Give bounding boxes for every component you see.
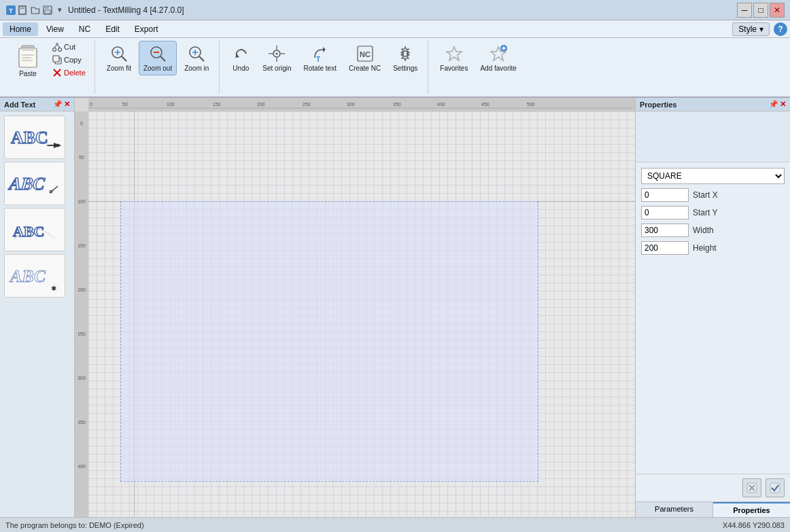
svg-text:150: 150: [213, 102, 221, 107]
title-bar: T ▾ Untitled - TextMilling 4 [4.27.0.0] …: [0, 0, 790, 20]
style-label: Style: [738, 24, 757, 34]
favorites-icon: [445, 44, 464, 63]
shape-type-select[interactable]: SQUARE CIRCLE RECTANGLE ELLIPSE: [641, 168, 785, 184]
svg-text:400: 400: [437, 102, 445, 107]
svg-text:250: 250: [78, 332, 86, 336]
zoom-out-button[interactable]: Zoom out: [139, 41, 177, 75]
canvas-area[interactable]: 0 50 100 150 200 250 300 350 400 450 500: [75, 98, 635, 517]
qat-open[interactable]: [30, 5, 41, 16]
tab-properties[interactable]: Properties: [713, 502, 790, 517]
properties-panel: Properties 📌 ✕ SQUARE CIRCLE RECTANGLE E…: [635, 98, 790, 517]
cut-button[interactable]: Cut: [49, 41, 89, 53]
menu-home[interactable]: Home: [3, 22, 38, 36]
menu-export[interactable]: Export: [128, 22, 165, 36]
properties-cancel-button[interactable]: [742, 478, 761, 497]
svg-text:100: 100: [167, 102, 175, 107]
svg-point-35: [276, 53, 278, 55]
start-y-input[interactable]: [641, 206, 689, 219]
settings-icon: [396, 44, 415, 63]
font-sample-1[interactable]: ABC: [4, 116, 65, 159]
status-coordinates: X44.866 Y290.083: [723, 521, 785, 529]
svg-rect-5: [45, 6, 49, 9]
style-dropdown[interactable]: Style ▾: [732, 22, 770, 36]
menu-edit[interactable]: Edit: [99, 22, 126, 36]
qat-save[interactable]: [42, 5, 53, 16]
clipboard-buttons: Paste Cut: [10, 41, 89, 94]
svg-text:50: 50: [122, 102, 128, 107]
font-sample-2[interactable]: ABC: [4, 162, 65, 205]
maximize-button[interactable]: □: [753, 3, 768, 18]
status-message: The program belongs to: DEMO (Expired): [5, 521, 144, 529]
close-button[interactable]: ✕: [770, 3, 785, 18]
svg-text:NC: NC: [360, 50, 371, 58]
svg-rect-19: [53, 56, 59, 62]
start-x-row: Start X: [641, 188, 785, 202]
panel-pin-button[interactable]: 📌: [53, 100, 63, 109]
ribbon-group-clipboard: Paste Cut: [4, 41, 95, 94]
tab-parameters[interactable]: Parameters: [636, 502, 713, 517]
app-icon: T: [5, 5, 16, 16]
svg-text:350: 350: [393, 102, 401, 107]
font-sample-4[interactable]: ABC ✱: [4, 254, 65, 298]
qat-new[interactable]: [18, 5, 29, 16]
zoom-in-label: Zoom in: [184, 65, 209, 72]
settings-button[interactable]: Settings: [388, 41, 422, 75]
font-sample-3[interactable]: ABC: [4, 208, 65, 251]
svg-rect-6: [45, 10, 50, 14]
zoom-fit-button[interactable]: Zoom fit: [102, 41, 136, 75]
svg-line-30: [199, 56, 204, 61]
ruler-left: 0 50 100 150 200 250 300 350 400: [75, 111, 88, 517]
svg-marker-53: [57, 143, 61, 147]
svg-text:0: 0: [80, 121, 83, 126]
undo-label: Undo: [233, 65, 249, 72]
ribbon-group-zoom: Zoom fit Zoom out: [97, 41, 220, 94]
ok-icon: [770, 482, 780, 493]
zoom-in-button[interactable]: Zoom in: [179, 41, 213, 75]
width-row: Width: [641, 224, 785, 237]
undo-button[interactable]: Undo: [226, 41, 255, 75]
properties-pin-button[interactable]: 📌: [769, 100, 778, 109]
svg-text:100: 100: [78, 199, 86, 204]
panel-header-controls: 📌 ✕: [53, 100, 70, 109]
create-nc-button[interactable]: NC Create NC: [344, 41, 385, 75]
copy-icon: [52, 55, 62, 65]
copy-button[interactable]: Copy: [49, 54, 89, 66]
favorites-buttons: Favorites Add favorite: [435, 41, 521, 94]
window-title: Untitled - TextMilling 4 [4.27.0.0]: [68, 5, 184, 15]
menu-view[interactable]: View: [39, 22, 71, 36]
favorites-button[interactable]: Favorites: [435, 41, 473, 75]
set-origin-button[interactable]: Set origin: [258, 41, 296, 75]
properties-close-button[interactable]: ✕: [780, 100, 786, 109]
svg-marker-45: [447, 47, 462, 60]
add-text-panel: Add Text 📌 ✕ ABC: [0, 98, 75, 517]
copy-label: Copy: [64, 56, 82, 64]
menu-nc[interactable]: NC: [72, 22, 97, 36]
rotate-text-label: Rotate text: [304, 65, 337, 72]
width-input[interactable]: [641, 224, 689, 237]
zoom-fit-label: Zoom fit: [107, 65, 131, 72]
minimize-button[interactable]: ─: [737, 3, 752, 18]
add-favorite-button[interactable]: Add favorite: [475, 41, 521, 75]
paste-icon: [16, 44, 40, 69]
start-y-row: Start Y: [641, 206, 785, 219]
svg-line-16: [57, 44, 60, 48]
height-input[interactable]: [641, 241, 689, 255]
properties-form: SQUARE CIRCLE RECTANGLE ELLIPSE Start X …: [636, 162, 790, 474]
help-button[interactable]: ?: [774, 22, 787, 36]
start-x-input[interactable]: [641, 188, 689, 202]
properties-tabs: Parameters Properties: [636, 501, 790, 517]
cancel-icon: [746, 482, 757, 493]
menu-bar: Home View NC Edit Export Style ▾ ?: [0, 20, 790, 38]
svg-text:400: 400: [78, 464, 86, 469]
paste-button[interactable]: Paste: [10, 41, 46, 81]
rotate-text-button[interactable]: T Rotate text: [299, 41, 341, 75]
zoom-out-icon: [148, 44, 167, 63]
properties-ok-button[interactable]: [766, 478, 785, 497]
settings-label: Settings: [393, 65, 417, 72]
tab-parameters-label: Parameters: [655, 505, 693, 513]
svg-text:T: T: [9, 7, 13, 14]
delete-button[interactable]: Delete: [49, 67, 89, 79]
qat-dropdown[interactable]: ▾: [54, 5, 65, 16]
properties-panel-header: Properties 📌 ✕: [636, 98, 790, 111]
panel-close-button[interactable]: ✕: [64, 100, 70, 109]
